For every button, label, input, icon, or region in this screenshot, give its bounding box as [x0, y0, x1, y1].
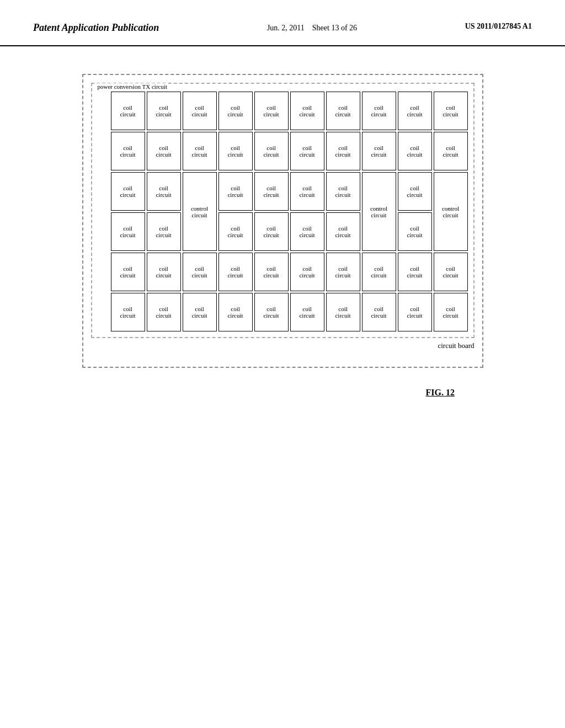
table-row: coilcircuit	[183, 253, 217, 291]
sheet-info: Sheet 13 of 26	[312, 24, 357, 32]
figure-label: FIG. 12	[426, 388, 455, 398]
table-row: coilcircuit	[218, 92, 253, 130]
table-row: coilcircuit	[398, 293, 432, 331]
table-row: coilcircuit	[398, 172, 432, 211]
table-row: coilcircuit	[326, 172, 360, 211]
table-row: coilcircuit	[111, 92, 145, 130]
table-row: coilcircuit	[290, 132, 324, 170]
table-row: coilcircuit	[111, 172, 145, 211]
circuit-board-box: power conversion TX circuit coilcircuitc…	[82, 74, 483, 368]
circuit-board-label: circuit board	[91, 341, 475, 350]
table-row: coilcircuit	[398, 212, 432, 251]
tx-circuit-box: power conversion TX circuit coilcircuitc…	[91, 83, 475, 338]
table-row: coilcircuit	[147, 92, 181, 130]
table-row: coilcircuit	[147, 253, 181, 291]
circuit-grid: coilcircuitcoilcircuitcoilcircuitcoilcir…	[111, 92, 468, 331]
table-row: coilcircuit	[218, 293, 253, 331]
table-row: coilcircuit	[362, 92, 396, 130]
table-row: coilcircuit	[362, 253, 396, 291]
table-row: coilcircuit	[326, 212, 360, 251]
patent-number: US 2011/0127845 A1	[465, 22, 532, 31]
table-row: coilcircuit	[218, 172, 253, 211]
header-center: Jun. 2, 2011 Sheet 13 of 26	[267, 22, 357, 34]
table-row: coilcircuit	[434, 253, 468, 291]
table-row: coilcircuit	[111, 212, 145, 251]
table-row: coilcircuit	[254, 92, 289, 130]
table-row: coilcircuit	[183, 293, 217, 331]
table-row: coilcircuit	[326, 253, 360, 291]
table-row: coilcircuit	[254, 293, 289, 331]
table-row: coilcircuit	[147, 293, 181, 331]
table-row: coilcircuit	[290, 172, 324, 211]
table-row: coilcircuit	[398, 132, 432, 170]
table-row: control circuit	[183, 172, 217, 251]
page: Patent Application Publication Jun. 2, 2…	[0, 0, 565, 728]
diagram-wrapper: power conversion TX circuit coilcircuitc…	[82, 74, 483, 368]
tx-circuit-label: power conversion TX circuit	[97, 83, 169, 90]
table-row: coilcircuit	[218, 212, 253, 251]
table-row: coilcircuit	[434, 293, 468, 331]
table-row: coilcircuit	[254, 212, 289, 251]
table-row: coilcircuit	[147, 172, 181, 211]
publication-title: Patent Application Publication	[33, 22, 159, 34]
table-row: coilcircuit	[254, 132, 289, 170]
table-row: coilcircuit	[111, 132, 145, 170]
table-row: coilcircuit	[147, 132, 181, 170]
table-row: coilcircuit	[218, 253, 253, 291]
table-row: coilcircuit	[326, 92, 360, 130]
table-row: coilcircuit	[434, 132, 468, 170]
table-row: coilcircuit	[326, 132, 360, 170]
table-row: coilcircuit	[362, 132, 396, 170]
table-row: coilcircuit	[362, 293, 396, 331]
table-row: coilcircuit	[290, 293, 324, 331]
table-row: coilcircuit	[147, 212, 181, 251]
table-row: coilcircuit	[290, 212, 324, 251]
table-row: coilcircuit	[111, 253, 145, 291]
table-row: coilcircuit	[398, 92, 432, 130]
table-row: coilcircuit	[290, 253, 324, 291]
table-row: coilcircuit	[183, 132, 217, 170]
table-row: coilcircuit	[434, 92, 468, 130]
table-row: coilcircuit	[254, 172, 289, 211]
content: power conversion TX circuit coilcircuitc…	[0, 46, 565, 414]
table-row: coilcircuit	[254, 253, 289, 291]
header: Patent Application Publication Jun. 2, 2…	[0, 0, 565, 46]
table-row: control circuit	[434, 172, 468, 251]
table-row: coilcircuit	[218, 132, 253, 170]
table-row: coilcircuit	[183, 92, 217, 130]
table-row: coilcircuit	[111, 293, 145, 331]
table-row: control circuit	[362, 172, 396, 251]
publication-date: Jun. 2, 2011	[267, 24, 305, 32]
table-row: coilcircuit	[326, 293, 360, 331]
table-row: coilcircuit	[398, 253, 432, 291]
table-row: coilcircuit	[290, 92, 324, 130]
